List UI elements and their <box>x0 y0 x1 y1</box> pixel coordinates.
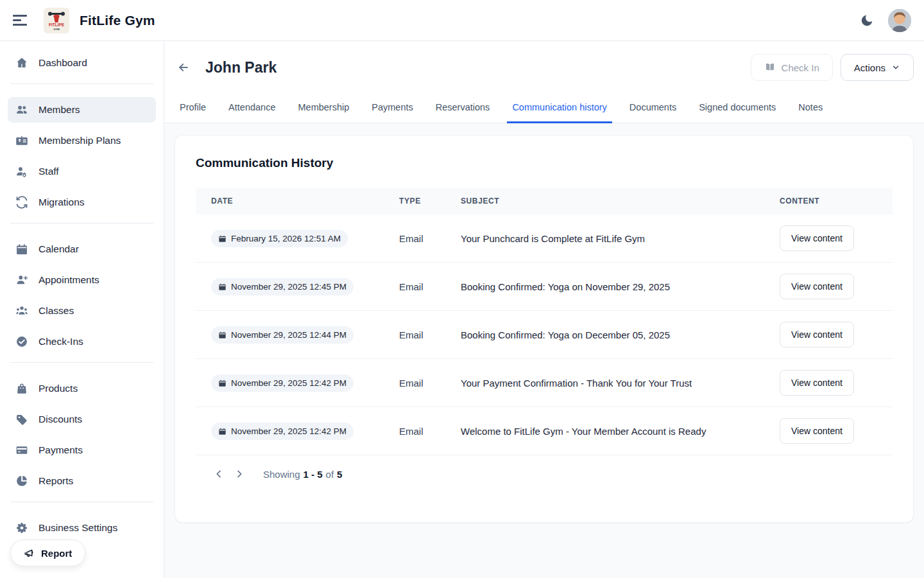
table-row: November 29, 2025 12:44 PM Email Booking… <box>196 311 893 359</box>
sidebar-item-label: Migrations <box>38 197 85 208</box>
sidebar-item-dashboard[interactable]: Dashboard <box>8 50 156 76</box>
sidebar-item-business-settings[interactable]: Business Settings <box>8 515 156 541</box>
report-button[interactable]: Report <box>10 539 85 566</box>
date-badge: November 29, 2025 12:42 PM <box>211 374 354 392</box>
row-type: Email <box>399 426 461 437</box>
tab-membership[interactable]: Membership <box>293 102 354 123</box>
sidebar-item-discounts[interactable]: Discounts <box>8 407 156 432</box>
date-badge: November 29, 2025 12:44 PM <box>211 326 354 344</box>
check-in-book-icon <box>764 62 776 73</box>
fitlife-logo: FITLIFE GYM <box>44 8 69 33</box>
tab-communication-history[interactable]: Communication history <box>507 102 612 123</box>
column-header-subject: SUBJECT <box>461 197 780 206</box>
calendar-icon <box>218 427 227 435</box>
column-header-type: TYPE <box>399 197 461 206</box>
sidebar-item-appointments[interactable]: Appointments <box>8 267 156 293</box>
tab-attendance[interactable]: Attendance <box>223 102 280 123</box>
membership-card-icon <box>15 134 28 147</box>
dark-mode-moon-icon[interactable] <box>860 13 874 28</box>
main-content: John Park Check In Actions Profile Atten… <box>164 41 924 578</box>
megaphone-icon <box>24 547 35 559</box>
table-row: November 29, 2025 12:42 PM Email Welcome… <box>196 407 893 455</box>
reports-icon <box>15 475 28 487</box>
date-badge: February 15, 2026 12:51 AM <box>211 230 348 247</box>
sidebar-toggle-icon[interactable] <box>13 10 33 31</box>
pagination: Showing 1 - 5 of 5 <box>196 466 893 482</box>
sidebar-divider <box>10 223 153 223</box>
of-label: of <box>326 469 334 480</box>
tab-payments[interactable]: Payments <box>366 102 418 123</box>
sidebar-item-label: Appointments <box>38 274 99 286</box>
sidebar-item-members[interactable]: Members <box>8 97 156 123</box>
row-subject: Booking Confirmed: Yoga on December 05, … <box>461 329 780 340</box>
sidebar-item-label: Products <box>38 383 78 394</box>
pagination-status: Showing 1 - 5 of 5 <box>263 469 342 480</box>
view-content-button[interactable]: View content <box>780 225 854 251</box>
classes-icon <box>15 304 28 317</box>
sidebar-divider <box>10 83 153 84</box>
member-tabs: Profile Attendance Membership Payments R… <box>164 94 924 123</box>
sidebar-item-label: Payments <box>38 444 83 456</box>
discounts-icon <box>15 413 28 426</box>
next-page-icon[interactable] <box>232 466 247 482</box>
user-avatar[interactable] <box>888 9 911 32</box>
tab-reservations[interactable]: Reservations <box>431 102 495 123</box>
home-icon <box>15 57 28 69</box>
tab-documents[interactable]: Documents <box>624 102 681 123</box>
svg-text:FITLIFE: FITLIFE <box>49 22 65 27</box>
row-date: November 29, 2025 12:44 PM <box>231 330 346 340</box>
view-content-button[interactable]: View content <box>780 418 854 444</box>
tab-profile[interactable]: Profile <box>175 102 211 123</box>
sidebar-item-products[interactable]: Products <box>8 376 156 401</box>
row-subject: Your Punchcard is Complete at FitLife Gy… <box>461 233 780 244</box>
sidebar-item-label: Dashboard <box>38 57 87 69</box>
calendar-icon <box>15 243 28 256</box>
sidebar-item-check-ins[interactable]: Check-Ins <box>8 329 156 355</box>
calendar-icon <box>218 379 227 387</box>
actions-button[interactable]: Actions <box>841 54 914 81</box>
row-subject: Booking Confirmed: Yoga on November 29, … <box>461 281 780 292</box>
calendar-icon <box>218 331 227 339</box>
table-row: November 29, 2025 12:45 PM Email Booking… <box>196 263 893 311</box>
card-title: Communication History <box>196 156 893 170</box>
sidebar-item-classes[interactable]: Classes <box>8 298 156 324</box>
showing-range: 1 - 5 <box>304 469 323 480</box>
sidebar-item-membership-plans[interactable]: Membership Plans <box>8 128 156 153</box>
sidebar-item-label: Discounts <box>38 414 82 425</box>
view-content-button[interactable]: View content <box>780 322 854 347</box>
report-button-label: Report <box>41 548 72 559</box>
sidebar-item-migrations[interactable]: Migrations <box>8 189 156 215</box>
staff-icon <box>15 165 28 178</box>
sidebar-item-label: Business Settings <box>38 522 117 534</box>
showing-label: Showing <box>263 469 300 480</box>
back-arrow-icon[interactable] <box>175 58 193 76</box>
column-header-content: CONTENT <box>780 197 893 206</box>
row-subject: Welcome to FitLife Gym - Your Member Acc… <box>461 426 780 437</box>
check-in-button[interactable]: Check In <box>751 54 833 81</box>
appointments-icon <box>15 274 28 286</box>
row-date: November 29, 2025 12:42 PM <box>231 426 346 436</box>
view-content-button[interactable]: View content <box>780 370 854 396</box>
sidebar-item-calendar[interactable]: Calendar <box>8 236 156 262</box>
sidebar-divider <box>10 362 153 363</box>
products-icon <box>15 382 28 395</box>
table-row: February 15, 2026 12:51 AM Email Your Pu… <box>196 215 893 263</box>
sidebar-item-payments[interactable]: Payments <box>8 437 156 463</box>
row-type: Email <box>399 233 461 244</box>
sidebar-item-label: Membership Plans <box>38 135 121 146</box>
settings-icon <box>15 521 28 534</box>
tab-signed-documents[interactable]: Signed documents <box>694 102 781 123</box>
migrations-icon <box>15 196 28 209</box>
view-content-button[interactable]: View content <box>780 274 854 299</box>
sidebar-item-staff[interactable]: Staff <box>8 159 156 184</box>
tab-notes[interactable]: Notes <box>793 102 828 123</box>
sidebar-item-label: Calendar <box>38 243 79 255</box>
sidebar: Dashboard Members Membership Plans Staff… <box>0 41 164 578</box>
sidebar-item-reports[interactable]: Reports <box>8 468 156 494</box>
brand-title: FitLife Gym <box>80 13 155 28</box>
row-date: February 15, 2026 12:51 AM <box>231 234 341 243</box>
previous-page-icon[interactable] <box>211 466 227 482</box>
table-row: November 29, 2025 12:42 PM Email Your Pa… <box>196 359 893 407</box>
svg-text:GYM: GYM <box>53 27 60 30</box>
member-page-header: John Park Check In Actions <box>164 41 924 94</box>
